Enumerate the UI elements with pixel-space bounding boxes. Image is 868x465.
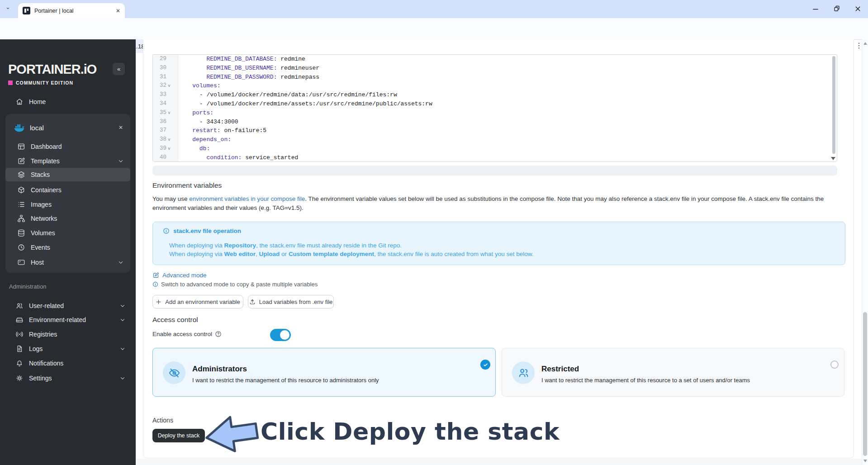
gear-icon — [15, 374, 24, 382]
chevron-down-icon — [119, 317, 126, 323]
hard-drive-icon — [15, 316, 24, 324]
editor-footer-strip — [152, 166, 837, 176]
annotation-arrow-icon — [202, 411, 261, 458]
code-line: 29 REDMINE_DB_DATABASE: redmine — [153, 55, 837, 64]
editor-scroll-down-icon[interactable] — [831, 157, 835, 160]
browser-toolbar: Not secure 192.168.1.18:9000/#!/2/docker… — [0, 18, 868, 40]
broadcast-icon — [15, 330, 24, 338]
sidebar-item-events[interactable]: Events — [5, 241, 130, 254]
portainer-logo: PORTAINER.iO — [8, 62, 96, 77]
code-line: 37 restart: on-failure:5 — [153, 126, 837, 135]
enable-access-control-toggle[interactable] — [270, 329, 291, 341]
tab-search-icon[interactable]: ⌄ — [5, 4, 10, 10]
add-environment-variable-button[interactable]: Add an environment variable — [152, 295, 243, 308]
window-close-button[interactable] — [854, 5, 861, 12]
administrators-option-title: Administrators — [192, 365, 247, 374]
code-line: 36 - 3434:3000 — [153, 118, 837, 127]
docker-icon — [14, 123, 25, 133]
environment-close-icon[interactable]: ✕ — [119, 124, 123, 131]
stack-env-info-box: stack.env file operation When deploying … — [152, 222, 845, 265]
deploy-the-stack-button[interactable]: Deploy the stack — [152, 429, 205, 442]
environment-name: local — [30, 124, 44, 132]
sidebar-item-images[interactable]: Images — [5, 198, 130, 211]
sidebar-item-user-related[interactable]: User-related — [4, 299, 132, 313]
dashboard-icon — [17, 142, 25, 151]
info-circle-icon — [152, 281, 158, 287]
compose-code-editor[interactable]: 29 REDMINE_DB_DATABASE: redmine 30 REDMI… — [152, 54, 837, 162]
compose-env-vars-link[interactable]: environment variables in your compose fi… — [189, 195, 305, 202]
sidebar-item-notifications[interactable]: Notifications — [4, 356, 132, 370]
sidebar-item-dashboard[interactable]: Dashboard — [5, 140, 130, 153]
unselected-radio[interactable] — [830, 361, 839, 369]
access-control-title: Access control — [152, 316, 198, 324]
logo-subtitle: COMMUNITY EDITION — [8, 80, 73, 85]
enable-access-control-label: Enable access control — [152, 331, 222, 337]
page-scrollbar[interactable] — [862, 39, 868, 465]
plus-icon — [156, 299, 161, 305]
code-line: 35v ports: — [153, 109, 837, 118]
annotation-text: Click Deploy the stack — [261, 418, 560, 445]
actions-title: Actions — [152, 417, 173, 424]
chevron-down-icon — [119, 346, 126, 352]
advanced-mode-hint: Switch to advanced mode to copy & paste … — [152, 281, 318, 288]
chevron-down-icon — [119, 303, 126, 309]
info-box-title-row: stack.env file operation — [163, 228, 241, 234]
code-line: 30 REDMINE_DB_USERNAME: redmineuser — [153, 64, 837, 73]
code-line: 31 REDMINE_DB_PASSWORD: redminepass — [153, 73, 837, 82]
info-box-line-1: When deploying via Repository, the stack… — [169, 242, 402, 249]
sidebar-item-templates[interactable]: Templates — [5, 154, 130, 168]
pencil-square-icon — [152, 272, 159, 279]
screen: ⌄ Portainer | local ✕ Not secu — [0, 0, 868, 465]
code-line: 38v depends_on: — [153, 135, 837, 144]
load-variables-env-file-button[interactable]: Load variables from .env file — [248, 295, 334, 308]
sidebar-item-networks[interactable]: Networks — [5, 212, 130, 225]
administrators-option-desc: I want to restrict the management of thi… — [192, 377, 379, 384]
toggle-knob — [280, 330, 289, 340]
code-line: 32v volumes: — [153, 81, 837, 90]
users-icon — [512, 361, 535, 384]
images-icon — [17, 200, 25, 209]
sidebar-item-environment-related[interactable]: Environment-related — [4, 313, 132, 327]
eye-off-icon — [163, 361, 185, 384]
window-restore-button[interactable] — [833, 5, 840, 12]
file-text-icon — [15, 345, 24, 353]
page-background-strip — [136, 459, 868, 465]
access-option-restricted[interactable]: Restricted I want to restrict the manage… — [502, 348, 844, 397]
advanced-mode-link[interactable]: Advanced mode — [152, 272, 207, 279]
sidebar-item-settings[interactable]: Settings — [4, 371, 132, 385]
editor-scrollbar-thumb[interactable] — [832, 56, 835, 154]
window-minimize-button[interactable] — [812, 5, 819, 13]
sidebar-item-containers[interactable]: Containers — [5, 183, 130, 197]
browser-tab-strip: ⌄ Portainer | local ✕ — [0, 0, 868, 18]
sidebar-item-registries[interactable]: Registries — [4, 327, 132, 341]
upload-icon — [249, 299, 256, 305]
sidebar-item-volumes[interactable]: Volumes — [5, 226, 130, 240]
environment-header[interactable]: local ✕ — [5, 120, 130, 135]
restricted-option-desc: I want to restrict the management of thi… — [541, 377, 750, 384]
sidebar-item-host[interactable]: Host — [5, 256, 130, 269]
events-icon — [17, 243, 25, 251]
chevron-down-icon — [118, 158, 124, 164]
help-circle-icon[interactable] — [215, 331, 222, 337]
scroll-up-icon[interactable] — [863, 42, 867, 45]
selected-check-icon[interactable] — [480, 360, 490, 370]
sidebar-item-stacks[interactable]: Stacks — [5, 168, 130, 181]
sidebar-collapse-button[interactable]: « — [113, 63, 125, 75]
bell-icon — [15, 359, 24, 367]
environment-block: local ✕ Dashboard Templates Stacks Conta… — [5, 114, 130, 273]
administration-section-label: Administration — [9, 283, 46, 290]
sidebar-item-logs[interactable]: Logs — [4, 342, 132, 356]
access-option-administrators[interactable]: Administrators I want to restrict the ma… — [152, 348, 496, 397]
browser-tab[interactable]: Portainer | local ✕ — [18, 3, 125, 18]
containers-icon — [17, 186, 25, 194]
tab-close-icon[interactable]: ✕ — [116, 8, 120, 14]
info-box-line-2: When deploying via Web editor, Upload or… — [169, 251, 534, 257]
page-scrollbar-thumb[interactable] — [863, 312, 867, 456]
logo-pink-square — [8, 81, 13, 85]
stacks-icon — [17, 171, 25, 179]
sidebar-item-home[interactable]: Home — [4, 95, 132, 109]
info-circle-icon — [163, 228, 170, 234]
code-line: 39v db: — [153, 144, 837, 153]
networks-icon — [17, 214, 25, 223]
scroll-down-icon[interactable] — [863, 460, 867, 462]
